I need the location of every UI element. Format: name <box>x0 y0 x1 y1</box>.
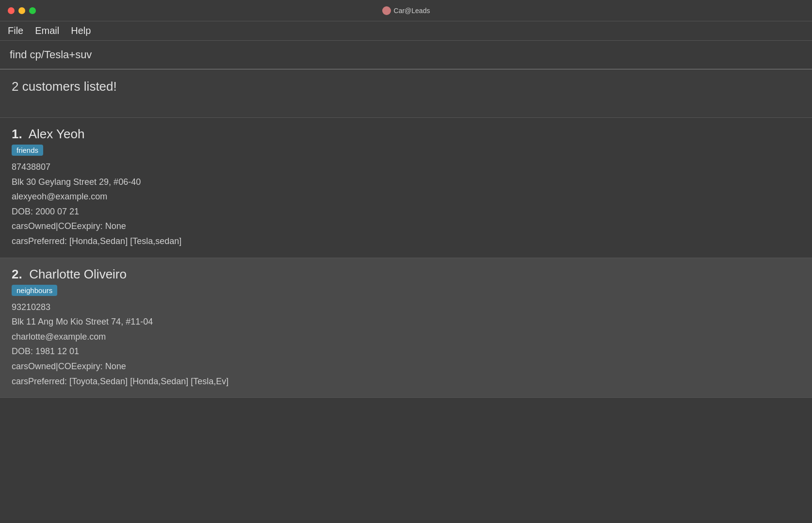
customer-email: alexyeoh@example.com <box>12 189 800 204</box>
search-input[interactable] <box>10 49 802 61</box>
results-summary: 2 customers listed! <box>0 69 812 118</box>
customer-tag: neighbours <box>12 285 57 296</box>
customer-cars-owned: carsOwned|COEexpiry: None <box>12 359 800 374</box>
results-count: 2 customers listed! <box>12 79 117 94</box>
close-button[interactable] <box>8 7 15 14</box>
maximize-button[interactable] <box>29 7 36 14</box>
customer-phone: 87438807 <box>12 160 800 175</box>
title-bar: Car@Leads <box>0 0 812 21</box>
minimize-button[interactable] <box>18 7 25 14</box>
customer-address: Blk 11 Ang Mo Kio Street 74, #11-04 <box>12 314 800 329</box>
app-icon <box>382 6 391 15</box>
menu-help[interactable]: Help <box>71 25 91 36</box>
window-title-text: Car@Leads <box>394 7 430 15</box>
window-title: Car@Leads <box>382 6 430 15</box>
customer-cars-preferred: carsPreferred: [Honda,Sedan] [Tesla,seda… <box>12 234 800 249</box>
search-bar <box>0 41 812 69</box>
customer-cars-preferred: carsPreferred: [Toyota,Sedan] [Honda,Sed… <box>12 374 800 389</box>
customer-details: 93210283 Blk 11 Ang Mo Kio Street 74, #1… <box>12 300 800 389</box>
customer-dob: DOB: 1981 12 01 <box>12 344 800 359</box>
customer-dob: DOB: 2000 07 21 <box>12 204 800 219</box>
menu-file[interactable]: File <box>8 25 23 36</box>
customer-card: 1. Alex Yeoh friends 87438807 Blk 30 Gey… <box>0 118 812 258</box>
customer-phone: 93210283 <box>12 300 800 315</box>
customer-email: charlotte@example.com <box>12 329 800 344</box>
customer-card: 2. Charlotte Oliveiro neighbours 9321028… <box>0 258 812 398</box>
customer-tag: friends <box>12 145 43 156</box>
customer-details: 87438807 Blk 30 Geylang Street 29, #06-4… <box>12 160 800 249</box>
window-controls <box>8 7 36 14</box>
customer-name: 1. Alex Yeoh <box>12 127 800 142</box>
menu-email[interactable]: Email <box>35 25 59 36</box>
customer-cars-owned: carsOwned|COEexpiry: None <box>12 219 800 234</box>
menu-bar: File Email Help <box>0 21 812 41</box>
customer-name: 2. Charlotte Oliveiro <box>12 267 800 282</box>
customer-address: Blk 30 Geylang Street 29, #06-40 <box>12 175 800 190</box>
customer-list: 1. Alex Yeoh friends 87438807 Blk 30 Gey… <box>0 118 812 398</box>
